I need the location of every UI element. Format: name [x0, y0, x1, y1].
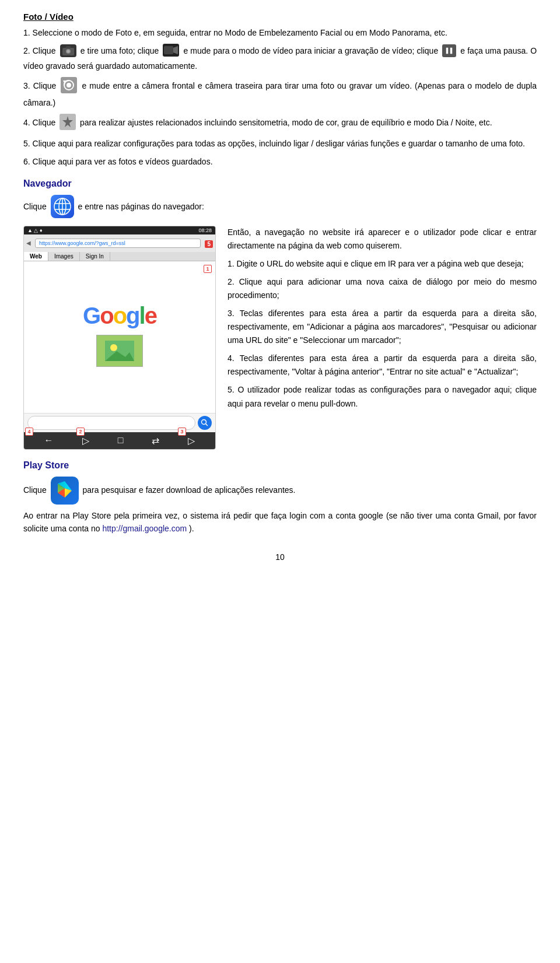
- nav-desc-2: 1. Digite o URL do website aqui e clique…: [228, 257, 537, 271]
- nav-section-title: Navegador: [23, 178, 537, 189]
- paragraph-5: 5. Clique aqui para realizar configuraçõ…: [23, 137, 537, 150]
- svg-rect-3: [66, 46, 71, 48]
- back-icon[interactable]: ←: [44, 435, 54, 446]
- content-thumbnail: [96, 335, 143, 367]
- adjustment-icon: [60, 114, 76, 132]
- nav-desc-5: 4. Teclas diferentes para esta área a pa…: [228, 352, 537, 379]
- search-input-sim[interactable]: [27, 416, 195, 430]
- svg-line-22: [206, 423, 208, 426]
- play-store-intro: Clique: [23, 477, 537, 505]
- svg-point-21: [202, 419, 206, 424]
- bookmark-icon[interactable]: ▷: [188, 435, 195, 446]
- paragraph-2: 2. Clique e tire uma foto; clique e mude…: [23, 44, 537, 72]
- section-title: Foto / Vídeo: [23, 12, 537, 22]
- svg-rect-7: [450, 48, 453, 54]
- svg-point-2: [66, 50, 69, 52]
- bottom-nav: 4 2 3 ← ▷ □ ⇄ ▷: [24, 432, 215, 449]
- browser-tabs: Web Images Sign In: [24, 252, 215, 261]
- tab-signin[interactable]: Sign In: [80, 252, 110, 261]
- label-2: 2: [76, 428, 85, 436]
- tab-web[interactable]: Web: [24, 252, 48, 261]
- svg-point-9: [66, 83, 71, 87]
- google-logo: Google: [83, 303, 156, 329]
- svg-rect-4: [164, 46, 173, 54]
- pause-icon: [442, 44, 456, 59]
- time-display: 08:28: [198, 227, 212, 233]
- nav-back[interactable]: ◀: [26, 240, 31, 246]
- browser-section: ▲ △ ♦ 08:28 ◀ https://www.google.com/?gw…: [23, 226, 537, 450]
- browser-screenshot: ▲ △ ♦ 08:28 ◀ https://www.google.com/?gw…: [23, 226, 216, 450]
- nav-description: Então, a navegação no website irá aparec…: [228, 226, 537, 450]
- forward-icon[interactable]: ⇄: [152, 435, 159, 446]
- svg-rect-6: [446, 48, 449, 54]
- play-store-title: Play Store: [23, 460, 537, 471]
- nav-desc-3: 2. Clique aqui para adicionar uma nova c…: [228, 275, 537, 302]
- paragraph-1: 1. Seleccione o modo de Foto e, em segui…: [23, 26, 537, 39]
- label-1: 1: [204, 265, 212, 273]
- page-number: 10: [23, 552, 537, 562]
- browser-content: 1 Google: [24, 261, 215, 413]
- nav-desc-6: 5. O utilizador pode realizar todas as c…: [228, 383, 537, 410]
- chevron-right-icon[interactable]: ▷: [82, 435, 89, 446]
- url-bar[interactable]: https://www.google.com/?gws_rd=ssl: [35, 239, 201, 248]
- camera-snap-icon: [60, 44, 76, 59]
- nav-desc-1: Então, a navegação no website irá aparec…: [228, 226, 537, 253]
- status-bar: ▲ △ ♦ 08:28: [24, 226, 215, 234]
- video-record-icon: [163, 44, 179, 59]
- home-icon[interactable]: □: [118, 435, 124, 446]
- play-store-icon: [51, 477, 79, 505]
- search-button[interactable]: [198, 416, 212, 430]
- url-text: https://www.google.com/?gws_rd=ssl: [39, 240, 125, 246]
- svg-marker-11: [62, 116, 73, 127]
- label-4: 4: [25, 428, 33, 436]
- nav-badge-number: 5: [205, 240, 213, 248]
- paragraph-4: 4. Clique para realizar ajustes relacion…: [23, 114, 537, 132]
- gmail-link[interactable]: http://gmail.google.com: [102, 524, 187, 533]
- flip-camera-icon: [61, 77, 77, 96]
- nav-intro: Clique e entre nas páginas do navegador:: [23, 195, 537, 219]
- status-icons: ▲ △ ♦: [27, 227, 43, 233]
- paragraph-3: 3. Clique e mude entre a câmera frontal …: [23, 77, 537, 109]
- svg-marker-5: [173, 46, 178, 54]
- nav-desc-4: 3. Teclas diferentes para esta área a pa…: [228, 307, 537, 347]
- play-store-desc: Ao entrar na Play Store pela primeira ve…: [23, 509, 537, 535]
- search-row: [24, 413, 215, 432]
- paragraph-6: 6. Clique aqui para ver as fotos e vídeo…: [23, 155, 537, 168]
- svg-point-19: [110, 344, 117, 351]
- tab-images[interactable]: Images: [48, 252, 80, 261]
- label-3: 3: [178, 428, 186, 436]
- browser-icon: [51, 195, 74, 219]
